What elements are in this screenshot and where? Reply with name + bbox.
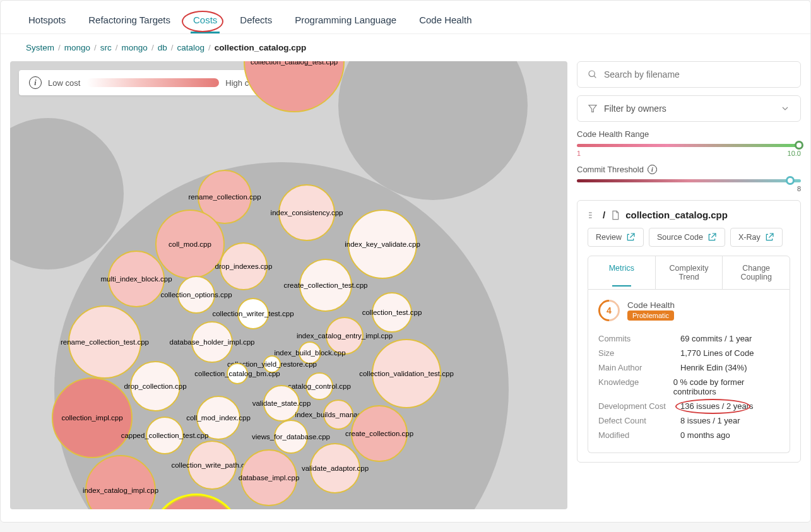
- breadcrumb-link[interactable]: db: [158, 43, 167, 52]
- external-link-icon: [764, 232, 774, 242]
- file-bubble[interactable]: index_builds_manager.cpp: [323, 399, 353, 430]
- commit-threshold[interactable]: Commit Threshold i 8: [577, 165, 801, 192]
- file-bubble[interactable]: validate_state.cpp: [263, 385, 300, 422]
- svg-line-1: [594, 76, 596, 78]
- filter-icon: [588, 103, 598, 114]
- file-bubble[interactable]: multi_index_block.cpp: [108, 251, 165, 307]
- file-bubble[interactable]: index_consistency.cpp: [278, 184, 335, 241]
- xray-button[interactable]: X-Ray: [730, 228, 783, 247]
- slider-handle[interactable]: [786, 176, 795, 185]
- tree-icon[interactable]: [588, 210, 598, 220]
- problematic-badge: Problematic: [627, 310, 674, 321]
- file-bubble[interactable]: collection_validation_test.cpp: [372, 339, 441, 408]
- cost-gradient: [86, 78, 219, 87]
- file-bubble[interactable]: collection_write_path.cpp: [187, 440, 237, 490]
- info-icon[interactable]: i: [648, 165, 657, 174]
- breadcrumb-link[interactable]: catalog: [177, 43, 204, 52]
- file-bubble[interactable]: coll_mod.cpp: [155, 210, 225, 279]
- file-bubble[interactable]: collection_catalog_bm.cpp: [227, 363, 248, 384]
- tab-defects[interactable]: Defects: [237, 8, 275, 33]
- subtab-metrics[interactable]: Metrics: [588, 256, 656, 289]
- tab-code-health[interactable]: Code Health: [417, 8, 474, 33]
- sidebar: Filter by owners Code Health Range 1 10.…: [577, 61, 801, 509]
- stat-size: 1,770 Lines of Code: [680, 348, 754, 358]
- tab-refactoring-targets[interactable]: Refactoring Targets: [86, 8, 173, 33]
- detail-subtabs: Metrics Complexity Trend Change Coupling: [588, 256, 790, 290]
- svg-line-8: [769, 233, 773, 238]
- file-bubble[interactable]: create_collection_test.cpp: [299, 259, 352, 312]
- breadcrumb: System/mongo/src/mongo/db/catalog/collec…: [1, 34, 810, 61]
- svg-marker-2: [589, 105, 596, 112]
- stat-modified: 0 months ago: [680, 430, 730, 440]
- file-bubble[interactable]: collection_test.cpp: [372, 292, 412, 333]
- review-button[interactable]: Review: [588, 228, 644, 247]
- search-input[interactable]: [604, 69, 790, 80]
- file-bubble[interactable]: collection_impl.cpp: [52, 377, 133, 458]
- file-bubble[interactable]: validate_adaptor.cpp: [310, 443, 360, 494]
- breadcrumb-link[interactable]: mongo: [122, 43, 148, 52]
- file-bubble[interactable]: index_key_validate.cpp: [348, 210, 417, 279]
- file-bubble[interactable]: database_impl.cpp: [240, 449, 297, 506]
- file-bubble[interactable]: collection_options.cpp: [177, 276, 215, 314]
- svg-line-6: [630, 233, 634, 238]
- search-box[interactable]: [577, 61, 801, 88]
- stat-dev-cost: 136 issues / 2 years: [680, 401, 754, 411]
- stat-commits: 69 commits / 1 year: [680, 334, 752, 343]
- stat-defect: 8 issues / 1 year: [680, 416, 740, 425]
- source-code-button[interactable]: Source Code: [649, 228, 725, 247]
- info-icon[interactable]: i: [29, 76, 42, 89]
- file-bubble[interactable]: capped_collection_test.cpp: [146, 417, 184, 454]
- file-bubble[interactable]: create_collection.cpp: [351, 405, 408, 462]
- file-bubble[interactable]: drop_collection.cpp: [130, 361, 181, 411]
- breadcrumb-link[interactable]: src: [100, 43, 112, 52]
- filter-label: Filter by owners: [604, 103, 666, 114]
- low-cost-label: Low cost: [48, 78, 80, 88]
- cost-legend: i Low cost High cost: [19, 70, 270, 95]
- tab-programming-language[interactable]: Programming Language: [292, 8, 399, 33]
- file-detail-card: / collection_catalog.cpp Review Source C…: [577, 200, 801, 463]
- file-bubble[interactable]: drop_indexes.cpp: [220, 242, 268, 290]
- file-bubble[interactable]: collection_catalog_test.cpp: [244, 61, 345, 112]
- stat-knowledge: 0 % code by former contributors: [673, 377, 779, 396]
- search-icon: [588, 69, 598, 80]
- external-link-icon: [707, 232, 717, 242]
- subtab-change-coupling[interactable]: Change Coupling: [723, 256, 790, 289]
- cost-visualization[interactable]: i Low cost High cost rename_collection.c…: [10, 61, 567, 509]
- file-bubble[interactable]: collection_writer_test.cpp: [237, 298, 269, 329]
- file-bubble[interactable]: views_for_database.cpp: [274, 420, 308, 454]
- main-tabs: HotspotsRefactoring TargetsCostsDefectsP…: [1, 1, 810, 34]
- breadcrumb-link[interactable]: System: [26, 43, 54, 52]
- breadcrumb-link[interactable]: mongo: [64, 43, 90, 52]
- svg-point-0: [589, 71, 595, 76]
- health-score-ring: 4: [594, 295, 624, 326]
- chevron-down-icon: [780, 103, 790, 114]
- file-bubble[interactable]: catalog_control.cpp: [305, 372, 333, 400]
- file-bubble[interactable]: rename_collection_test.cpp: [68, 305, 141, 379]
- svg-line-7: [711, 233, 716, 238]
- filename: collection_catalog.cpp: [625, 210, 728, 220]
- code-health-range[interactable]: Code Health Range 1 10.0: [577, 129, 801, 157]
- filter-by-owners[interactable]: Filter by owners: [577, 95, 801, 122]
- subtab-complexity-trend[interactable]: Complexity Trend: [656, 256, 723, 289]
- code-health-title: Code Health: [627, 300, 675, 310]
- external-link-icon: [625, 232, 636, 242]
- tab-costs[interactable]: Costs: [191, 8, 220, 33]
- tab-hotspots[interactable]: Hotspots: [26, 8, 68, 33]
- stat-author: Henrik Edin (34%): [680, 363, 747, 372]
- file-bubble[interactable]: database_holder_impl.cpp: [191, 321, 233, 363]
- file-icon: [610, 210, 620, 220]
- breadcrumb-current: collection_catalog.cpp: [215, 43, 307, 52]
- slider-handle[interactable]: [795, 141, 803, 150]
